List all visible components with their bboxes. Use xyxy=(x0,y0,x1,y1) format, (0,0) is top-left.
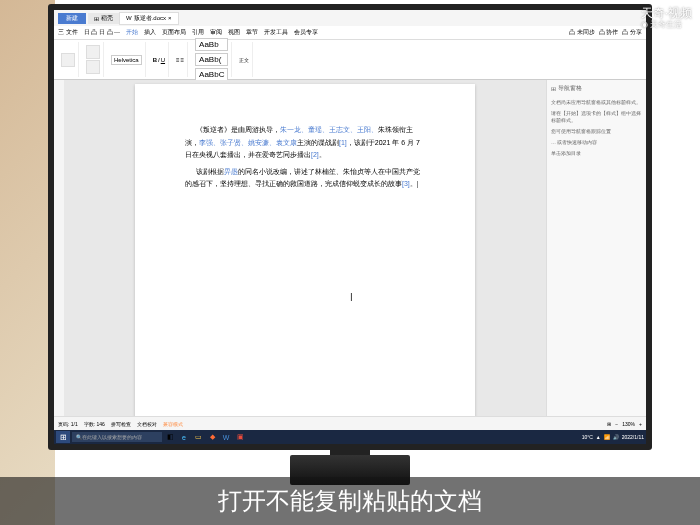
font-selector[interactable]: Helvetica xyxy=(111,55,142,65)
windows-taskbar: ⊞ 🔍 在此键入以搜索想要的内容 ◧ e ▭ ◆ W ▣ 10°C ▲ 📶 🔊 … xyxy=(54,430,646,444)
document-canvas[interactable]: 《叛逆者》是由周游执导，朱一龙、童瑶、王志文、王阳、朱珠领衔主演，李强、张子贤、… xyxy=(64,80,546,430)
wifi-icon[interactable]: 📶 xyxy=(604,434,610,440)
compat-mode[interactable]: 兼容模式 xyxy=(163,421,183,427)
task-view-icon[interactable]: ◧ xyxy=(164,431,176,443)
tray-icon[interactable]: ▲ xyxy=(596,434,601,440)
monitor-frame: 新建 ⊞ 稻壳 W 叛逆者.docx × 三 文件 日 凸 日 凸 ⋯ 开始 插… xyxy=(48,4,652,450)
subtitle-caption: 打开不能复制粘贴的文档 xyxy=(0,477,700,525)
copy-button[interactable] xyxy=(86,60,100,74)
menu-dev[interactable]: 开发工具 xyxy=(264,28,288,37)
sidebar-hint-2: 请在【开始】选项卡的【样式】组中选择标题样式。 xyxy=(551,108,642,126)
menu-insert[interactable]: 插入 xyxy=(144,28,156,37)
sync-status[interactable]: 凸 未同步 xyxy=(569,28,595,37)
align-center-icon[interactable]: ≡ xyxy=(181,57,185,63)
sidebar-hint-1: 文档尚未应用导航窗格或其他标题样式。 xyxy=(551,97,642,108)
sidebar-title: ⊞ 导航窗格 xyxy=(551,84,642,93)
cut-button[interactable] xyxy=(86,45,100,59)
spell-check[interactable]: 拼写检查 xyxy=(111,421,131,427)
sidebar-hint-3: 您可使用导航窗格跟踪位置 xyxy=(551,126,642,137)
sidebar-hint-4: … 或者快速移动内容 xyxy=(551,137,642,148)
menu-view[interactable]: 视图 xyxy=(228,28,240,37)
menu-bar: 三 文件 日 凸 日 凸 ⋯ 开始 插入 页面布局 引用 审阅 视图 章节 开发… xyxy=(54,26,646,40)
edge-icon[interactable]: e xyxy=(178,431,190,443)
explorer-icon[interactable]: ▭ xyxy=(192,431,204,443)
paragraph-1[interactable]: 《叛逆者》是由周游执导，朱一龙、童瑶、王志文、王阳、朱珠领衔主演，李强、张子贤、… xyxy=(185,124,425,162)
clock[interactable]: 2022/1/11 xyxy=(622,434,644,440)
app-icon-2[interactable]: W xyxy=(220,431,232,443)
app-icon-1[interactable]: ◆ xyxy=(206,431,218,443)
style-normal[interactable]: AaBb xyxy=(195,38,228,51)
italic-button[interactable]: I xyxy=(158,57,160,63)
video-watermark: 天奇·视频 ◉天奇生活 xyxy=(641,6,692,30)
paste-button[interactable] xyxy=(61,53,75,67)
document-page[interactable]: 《叛逆者》是由周游执导，朱一龙、童瑶、王志文、王阳、朱珠领衔主演，李强、张子贤、… xyxy=(135,84,475,426)
weather-widget[interactable]: 10°C xyxy=(582,434,593,440)
menu-layout[interactable]: 页面布局 xyxy=(162,28,186,37)
tab-document[interactable]: W 叛逆者.docx × xyxy=(119,12,179,25)
zoom-level[interactable]: 130% xyxy=(622,421,635,427)
collab-button[interactable]: 凸 协作 xyxy=(599,28,619,37)
menu-quick[interactable]: 日 凸 日 凸 ⋯ xyxy=(84,28,121,37)
underline-button[interactable]: U xyxy=(161,57,165,63)
style-list[interactable]: 正文 xyxy=(239,57,249,63)
new-tab-button[interactable]: 新建 xyxy=(58,13,86,24)
share-button[interactable]: 凸 分享 xyxy=(622,28,642,37)
page-count[interactable]: 页码: 1/1 xyxy=(58,421,78,427)
doc-check[interactable]: 文档校对 xyxy=(137,421,157,427)
volume-icon[interactable]: 🔊 xyxy=(613,434,619,440)
window-titlebar: 新建 ⊞ 稻壳 W 叛逆者.docx × xyxy=(54,10,646,26)
tab-dao-ke[interactable]: ⊞ 稻壳 xyxy=(88,13,119,24)
close-icon[interactable]: × xyxy=(168,15,172,21)
status-bar: 页码: 1/1 字数: 146 拼写检查 文档校对 兼容模式 ⊞ − 130% … xyxy=(54,416,646,430)
ribbon-toolbar: Helvetica B I U ≡ ≡ AaBb AaBb( AaBbC 正文 xyxy=(54,40,646,80)
view-mode-icon[interactable]: ⊞ xyxy=(607,421,611,427)
leaf-icon: ⊞ xyxy=(94,15,99,22)
menu-reference[interactable]: 引用 xyxy=(192,28,204,37)
nav-icon: ⊞ xyxy=(551,85,556,92)
word-icon: W xyxy=(126,15,132,21)
screen: 新建 ⊞ 稻壳 W 叛逆者.docx × 三 文件 日 凸 日 凸 ⋯ 开始 插… xyxy=(54,10,646,444)
bold-button[interactable]: B xyxy=(153,57,157,63)
taskbar-search[interactable]: 🔍 在此键入以搜索想要的内容 xyxy=(72,432,162,442)
word-count[interactable]: 字数: 146 xyxy=(84,421,105,427)
zoom-in-icon[interactable]: + xyxy=(639,421,642,427)
align-left-icon[interactable]: ≡ xyxy=(176,57,180,63)
menu-start[interactable]: 开始 xyxy=(126,28,138,37)
app-icon-3[interactable]: ▣ xyxy=(234,431,246,443)
style-h1[interactable]: AaBb( xyxy=(195,53,228,66)
zoom-out-icon[interactable]: − xyxy=(615,421,618,427)
menu-chapter[interactable]: 章节 xyxy=(246,28,258,37)
menu-vip[interactable]: 会员专享 xyxy=(294,28,318,37)
menu-review[interactable]: 审阅 xyxy=(210,28,222,37)
paragraph-2[interactable]: 该剧根据畀愚的同名小说改编，讲述了林楠笙、朱怡贞等人在中国共产党的感召下，坚持理… xyxy=(185,166,425,191)
ruler-left xyxy=(54,80,64,430)
sidebar-hint-5[interactable]: 单击添加目录 xyxy=(551,148,642,159)
menu-file[interactable]: 三 文件 xyxy=(58,28,78,37)
logo-icon: ◉ xyxy=(641,20,648,30)
text-cursor: | xyxy=(417,180,419,187)
navigation-pane: ⊞ 导航窗格 文档尚未应用导航窗格或其他标题样式。 请在【开始】选项卡的【样式】… xyxy=(546,80,646,430)
start-button[interactable]: ⊞ xyxy=(56,431,70,443)
ibeam-cursor-icon: I xyxy=(350,292,353,303)
